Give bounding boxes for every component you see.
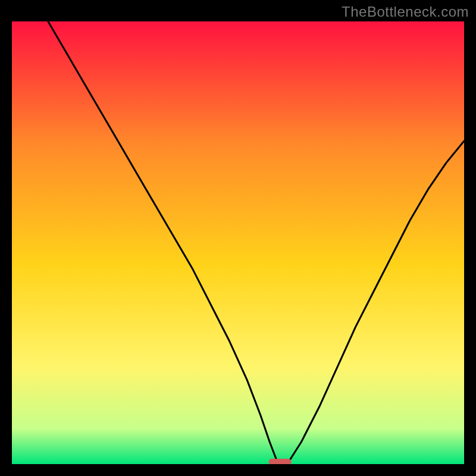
plot-area	[12, 21, 464, 464]
watermark-text: TheBottleneck.com	[342, 4, 469, 20]
chart-svg	[12, 21, 464, 464]
chart-stage: TheBottleneck.com	[0, 0, 476, 476]
optimal-marker	[269, 459, 292, 464]
gradient-background	[12, 21, 464, 464]
